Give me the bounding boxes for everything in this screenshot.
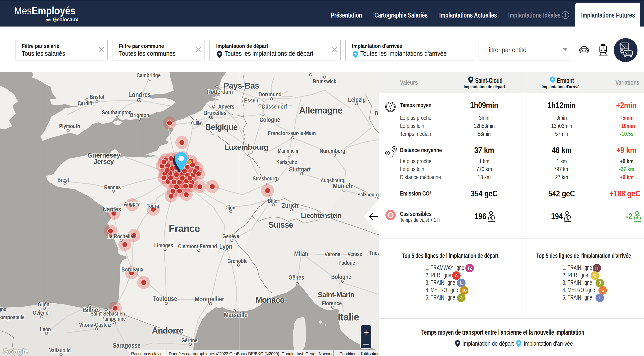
svg-text:Brighton: Brighton — [130, 112, 149, 118]
svg-text:Oviedo: Oviedo — [33, 309, 48, 316]
svg-text:Mannheim: Mannheim — [278, 148, 300, 154]
svg-text:Lyon: Lyon — [219, 243, 232, 250]
svg-text:Pampelune: Pampelune — [102, 315, 126, 322]
svg-text:Essen: Essen — [244, 97, 258, 104]
svg-text:Limoges: Limoges — [154, 242, 173, 248]
svg-text:Southampton: Southampton — [102, 109, 132, 115]
svg-text:Dre: Dre — [375, 110, 379, 117]
svg-text:Bordeaux: Bordeaux — [122, 266, 144, 273]
svg-text:Luxembourg: Luxembourg — [224, 143, 268, 151]
svg-text:Florence: Florence — [322, 300, 342, 306]
svg-text:Bâle: Bâle — [268, 198, 277, 204]
svg-text:Toulouse: Toulouse — [153, 295, 177, 302]
svg-text:Dortmund: Dortmund — [258, 91, 282, 98]
svg-text:Liechtenstein: Liechtenstein — [301, 212, 342, 219]
svg-text:Tours: Tours — [147, 203, 159, 209]
svg-text:Nuremberg: Nuremberg — [320, 147, 345, 154]
svg-text:Rennes: Rennes — [104, 184, 121, 190]
svg-text:León: León — [40, 326, 51, 332]
svg-text:Allemagne: Allemagne — [299, 105, 342, 115]
svg-text:Cologne: Cologne — [260, 116, 280, 123]
svg-text:Londres: Londres — [128, 91, 151, 99]
svg-text:Compostelle: Compostelle — [0, 314, 25, 320]
svg-text:Stuttgart: Stuttgart — [289, 166, 311, 173]
svg-text:Cardiff: Cardiff — [78, 100, 93, 106]
svg-text:Genève: Genève — [222, 233, 239, 239]
svg-text:Karlsruhe: Karlsruhe — [276, 159, 297, 165]
svg-text:Milan: Milan — [294, 250, 308, 257]
svg-text:Grenoble: Grenoble — [228, 258, 248, 264]
svg-text:Plymouth: Plymouth — [59, 123, 80, 129]
svg-text:Valladolid: Valladolid — [49, 347, 71, 353]
svg-text:Nantes: Nantes — [103, 206, 121, 213]
svg-text:Trieste: Trieste — [369, 250, 379, 256]
svg-text:Padoue: Padoue — [338, 260, 355, 266]
svg-text:Francfort-sur-le-Main: Francfort-sur-le-Main — [268, 130, 316, 136]
svg-text:gne: gne — [0, 306, 6, 312]
svg-text:Gérone: Gérone — [181, 337, 198, 343]
svg-text:Leipzig: Leipzig — [348, 96, 366, 103]
svg-text:Venise: Venise — [348, 251, 362, 257]
svg-text:Saint-Marin: Saint-Marin — [318, 291, 354, 299]
svg-text:Brest: Brest — [58, 177, 69, 183]
svg-text:Italie: Italie — [338, 311, 359, 322]
svg-text:Düsseldorf: Düsseldorf — [262, 103, 287, 110]
svg-text:Anvers: Anvers — [218, 103, 234, 110]
svg-text:Gijón: Gijón — [38, 301, 50, 307]
svg-text:Angers: Angers — [124, 201, 140, 207]
svg-text:Bologne: Bologne — [331, 274, 351, 280]
svg-text:Andorre: Andorre — [152, 326, 184, 335]
svg-text:Vérone: Vérone — [324, 251, 340, 257]
svg-text:France: France — [169, 223, 200, 234]
svg-text:Suisse: Suisse — [268, 220, 293, 230]
svg-text:Salzbourg: Salzbourg — [358, 192, 379, 198]
svg-text:Vitoria-Gasteiz: Vitoria-Gasteiz — [79, 322, 111, 328]
svg-text:Marseille: Marseille — [224, 311, 248, 318]
svg-text:Lille: Lille — [193, 120, 201, 126]
svg-text:Monaco: Monaco — [256, 295, 285, 304]
svg-text:Munich: Munich — [333, 182, 352, 190]
svg-text:Rotterdam: Rotterdam — [207, 88, 233, 95]
svg-text:Dijon: Dijon — [224, 205, 236, 211]
svg-text:Clermont-Ferrand: Clermont-Ferrand — [178, 243, 217, 249]
svg-text:Saragosse: Saragosse — [113, 342, 140, 349]
svg-text:Montpellier: Montpellier — [195, 295, 224, 303]
svg-text:Jersey: Jersey — [94, 158, 114, 165]
svg-text:La Rochelle: La Rochelle — [107, 233, 133, 239]
svg-text:Belgique: Belgique — [205, 122, 238, 132]
svg-text:Bruxelles: Bruxelles — [204, 109, 227, 116]
svg-text:Bristol: Bristol — [90, 94, 104, 100]
svg-text:Gênes: Gênes — [288, 274, 304, 281]
svg-text:Cambridge: Cambridge — [137, 72, 161, 78]
svg-text:Strasbourg: Strasbourg — [253, 175, 277, 182]
svg-text:Brunswick: Brunswick — [313, 78, 336, 85]
svg-text:Zurich: Zurich — [282, 202, 298, 209]
